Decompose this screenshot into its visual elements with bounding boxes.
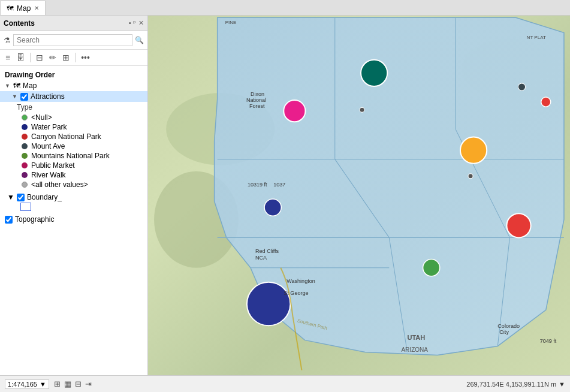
- map-tab-label: Map: [17, 4, 31, 13]
- coords-text: 269,731.54E 4,153,991.11N m: [466, 381, 556, 388]
- svg-point-16: [460, 137, 487, 163]
- boundary-tree-item[interactable]: ▼ Boundary_: [0, 189, 147, 203]
- svg-text:Forest: Forest: [249, 103, 265, 109]
- type-item-waterpark: Water Park: [0, 122, 147, 132]
- topographic-item[interactable]: Topographic: [0, 213, 147, 225]
- svg-point-19: [423, 260, 440, 276]
- svg-point-22: [541, 97, 551, 107]
- status-bar: 1:474,165 ▼ ⊞ ▦ ⊟ ⇥ 269,731.54E 4,153,99…: [0, 375, 570, 392]
- map-tab-icon: 🗺: [7, 5, 13, 12]
- filter-icon: ⚗: [4, 36, 11, 45]
- riverwalk-label: River Walk: [31, 171, 66, 179]
- list-view-btn[interactable]: ≡: [4, 52, 12, 64]
- svg-point-14: [361, 60, 387, 86]
- null-label: <Null>: [31, 113, 52, 122]
- layout-status-icon[interactable]: ⊟: [75, 379, 82, 388]
- app-container: 🗺 Map ✕ Contents ▪ ᵖ ✕ ⚗ 🔍: [0, 0, 570, 392]
- mountave-color-dot: [22, 143, 28, 149]
- toolbar-separator-1: [30, 53, 31, 62]
- toolbar-separator-2: [75, 53, 76, 62]
- contents-panel: Contents ▪ ᵖ ✕ ⚗ 🔍 ≡ 🗄 ⊟ ✏ ⊞: [0, 16, 148, 375]
- navigate-status-icon[interactable]: ⇥: [85, 379, 92, 388]
- boundary-icon-row: [0, 203, 147, 213]
- attractions-checkbox[interactable]: [20, 93, 28, 101]
- topographic-label: Topographic: [15, 215, 54, 224]
- type-item-null: <Null>: [0, 113, 147, 122]
- mountains-label: Mountains National Park: [31, 152, 110, 160]
- svg-point-20: [247, 282, 290, 325]
- attractions-tree-item[interactable]: ▼ Attractions: [0, 91, 147, 102]
- map-svg: Dixon National Forest 10319 ft 1037 Red …: [148, 16, 570, 375]
- scale-dropdown[interactable]: 1:474,165 ▼: [5, 379, 49, 389]
- type-item-mountave: Mount Ave: [0, 141, 147, 151]
- table-view-btn[interactable]: 🗄: [14, 52, 26, 64]
- canyon-color-dot: [22, 134, 28, 140]
- type-header: Type: [0, 102, 147, 113]
- svg-point-21: [518, 83, 526, 91]
- type-item-allother: <all other values>: [0, 180, 147, 189]
- map-area[interactable]: Dixon National Forest 10319 ft 1037 Red …: [148, 16, 570, 375]
- search-input[interactable]: [13, 34, 132, 46]
- map-tab-close[interactable]: ✕: [34, 5, 39, 11]
- search-icon[interactable]: 🔍: [135, 36, 144, 44]
- waterpark-color-dot: [22, 124, 28, 130]
- waterpark-label: Water Park: [31, 123, 67, 131]
- more-btn[interactable]: •••: [79, 52, 92, 64]
- boundary-rect-icon: [20, 203, 31, 211]
- svg-text:St George: St George: [284, 290, 308, 296]
- type-item-publicmarket: Public Market: [0, 161, 147, 170]
- panel-content: Drawing Order ▼ 🗺 Map ▼ Attractions Type: [0, 66, 147, 375]
- svg-text:NCA: NCA: [255, 255, 267, 261]
- svg-text:7049 ft: 7049 ft: [540, 338, 557, 344]
- svg-text:10319 ft: 10319 ft: [248, 182, 267, 188]
- map-tree-item[interactable]: ▼ 🗺 Map: [0, 80, 147, 91]
- grid-status-icon[interactable]: ⊞: [54, 379, 61, 388]
- svg-text:Red Cliffs: Red Cliffs: [255, 248, 279, 254]
- contents-toolbar: ≡ 🗄 ⊟ ✏ ⊞ •••: [0, 50, 147, 66]
- svg-text:Colorado: Colorado: [497, 323, 520, 329]
- svg-text:Washington: Washington: [286, 278, 315, 284]
- scale-chevron: ▼: [40, 381, 46, 388]
- panel-header: Contents ▪ ᵖ ✕: [0, 16, 147, 31]
- filter-btn[interactable]: ⊟: [34, 52, 45, 64]
- map-tab[interactable]: 🗺 Map ✕: [0, 1, 46, 15]
- boundary-item-label: Boundary_: [27, 193, 62, 201]
- svg-text:UTAH: UTAH: [407, 334, 425, 341]
- riverwalk-color-dot: [22, 172, 28, 178]
- mountains-color-dot: [22, 153, 28, 159]
- type-item-canyon: Canyon National Park: [0, 132, 147, 141]
- publicmarket-color-dot: [22, 162, 28, 168]
- svg-point-23: [468, 174, 473, 179]
- svg-text:1037: 1037: [273, 182, 285, 188]
- type-item-mountains: Mountains National Park: [0, 151, 147, 161]
- close-panel-icon[interactable]: ✕: [138, 19, 144, 27]
- coords-chevron: ▼: [559, 381, 565, 388]
- table-status-icon[interactable]: ▦: [64, 379, 71, 388]
- boundary-checkbox[interactable]: [17, 194, 25, 201]
- svg-text:City: City: [499, 329, 509, 335]
- mountave-label: Mount Ave: [31, 142, 65, 150]
- topographic-checkbox[interactable]: [5, 216, 13, 224]
- null-color-dot: [22, 114, 28, 120]
- svg-text:ARIZONA: ARIZONA: [401, 346, 428, 353]
- panel-title: Contents: [4, 19, 35, 28]
- grid-btn[interactable]: ⊞: [61, 52, 71, 64]
- svg-point-24: [360, 107, 364, 112]
- attractions-expand-arrow: ▼: [12, 94, 18, 99]
- edit-btn[interactable]: ✏: [47, 52, 58, 64]
- publicmarket-label: Public Market: [31, 161, 75, 170]
- pin-icon[interactable]: ▪ ᵖ: [129, 19, 136, 27]
- svg-text:PINE: PINE: [225, 20, 237, 25]
- scale-value: 1:474,165: [8, 381, 37, 388]
- svg-text:NT PLAT: NT PLAT: [527, 35, 546, 40]
- canyon-label: Canyon National Park: [31, 132, 101, 141]
- tab-bar: 🗺 Map ✕: [0, 0, 570, 16]
- svg-point-17: [264, 199, 281, 216]
- boundary-expand-arrow: ▼: [7, 193, 14, 201]
- drawing-order-label: Drawing Order: [0, 68, 147, 80]
- allother-color-dot: [22, 182, 28, 188]
- svg-text:National: National: [246, 97, 266, 103]
- panel-controls: ▪ ᵖ ✕: [129, 19, 144, 27]
- svg-point-15: [284, 100, 305, 122]
- type-item-riverwalk: River Walk: [0, 170, 147, 180]
